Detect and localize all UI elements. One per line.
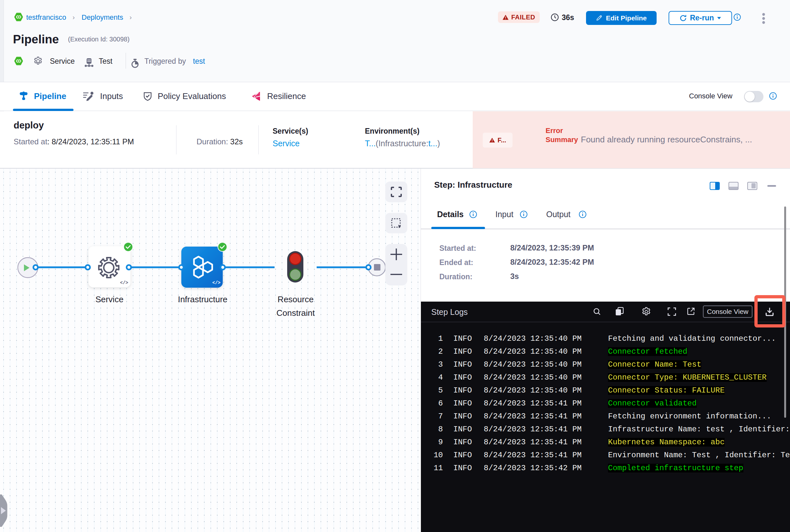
svg-text:</>: </> <box>213 280 220 285</box>
svg-text:Constraint: Constraint <box>276 308 315 318</box>
svg-text:Resource: Resource <box>277 294 313 304</box>
svg-text:</>: </> <box>120 280 128 285</box>
svg-text:Service: Service <box>95 294 124 304</box>
svg-text:Infrastructure: Infrastructure <box>178 294 227 304</box>
